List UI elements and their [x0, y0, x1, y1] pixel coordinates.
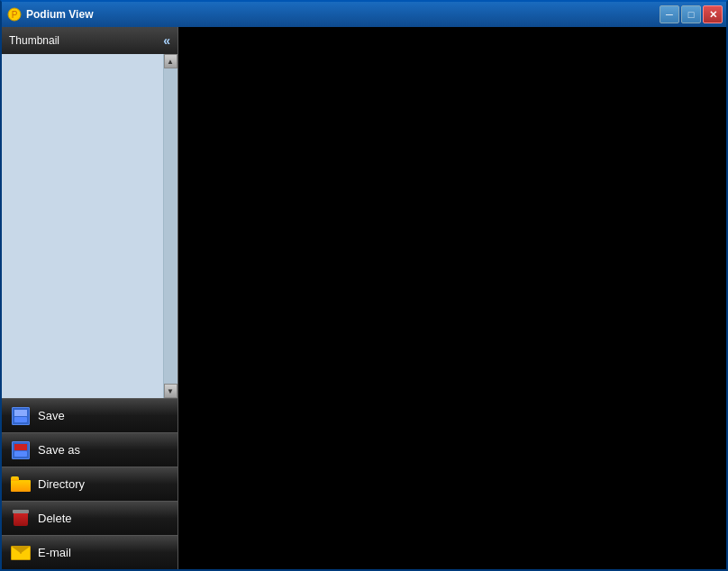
- save-as-button[interactable]: Save as: [2, 432, 177, 467]
- main-content-area: [178, 27, 726, 569]
- email-button[interactable]: E-mail: [2, 535, 177, 569]
- scrollbar[interactable]: ▲ ▼: [163, 54, 177, 398]
- save-button[interactable]: Save: [2, 398, 177, 432]
- thumbnail-label: Thumbnail: [9, 34, 59, 47]
- main-window: P Podium View ─ □ ✕ Thumbnail « ▲: [0, 0, 728, 571]
- window-title: Podium View: [26, 8, 93, 21]
- scroll-up-button[interactable]: ▲: [164, 54, 177, 68]
- title-bar: P Podium View ─ □ ✕: [2, 2, 726, 27]
- scroll-down-button[interactable]: ▼: [164, 384, 177, 398]
- folder-icon: [11, 475, 31, 494]
- delete-label: Delete: [38, 512, 72, 525]
- maximize-button[interactable]: □: [681, 5, 701, 23]
- close-button[interactable]: ✕: [703, 5, 723, 23]
- scroll-track: [164, 68, 177, 384]
- sidebar: Thumbnail « ▲ ▼ Save: [2, 27, 178, 569]
- save-icon: [11, 406, 31, 426]
- action-buttons: Save Save as Directory: [2, 398, 177, 569]
- directory-label: Directory: [38, 477, 85, 491]
- directory-button[interactable]: Directory: [2, 467, 177, 501]
- minimize-button[interactable]: ─: [660, 5, 679, 23]
- email-label: E-mail: [38, 546, 71, 559]
- svg-text:P: P: [12, 10, 18, 20]
- trash-icon: [11, 509, 31, 529]
- thumbnail-header: Thumbnail «: [2, 27, 177, 54]
- save-as-label: Save as: [38, 443, 80, 457]
- save-label: Save: [38, 409, 65, 422]
- content-area: Thumbnail « ▲ ▼ Save: [2, 27, 726, 569]
- delete-button[interactable]: Delete: [2, 501, 177, 535]
- email-icon: [11, 543, 31, 563]
- title-buttons: ─ □ ✕: [660, 5, 723, 23]
- thumbnail-panel: ▲ ▼: [2, 54, 177, 398]
- collapse-button[interactable]: «: [163, 34, 170, 47]
- saveas-icon: [11, 440, 31, 460]
- title-bar-left: P Podium View: [7, 7, 93, 22]
- podium-icon: P: [7, 7, 22, 22]
